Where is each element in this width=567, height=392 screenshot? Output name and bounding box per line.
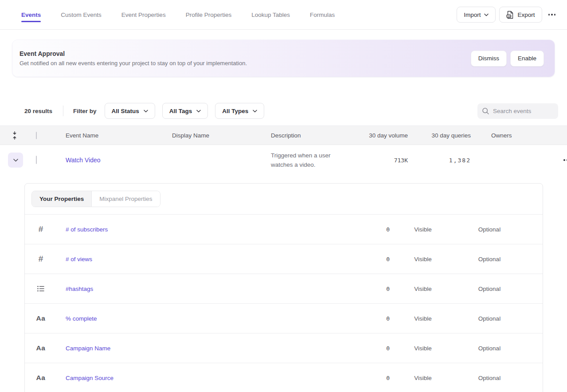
property-name-link[interactable]: Campaign Name xyxy=(57,345,336,352)
csv-file-icon: csv xyxy=(506,11,514,19)
column-header-queries[interactable]: 30 day queries xyxy=(408,132,471,139)
event-description: Triggered when a user watches a video. xyxy=(271,151,344,169)
svg-text:csv: csv xyxy=(508,15,512,17)
collapse-row-button[interactable] xyxy=(8,153,23,168)
property-visibility[interactable]: Visible xyxy=(390,226,456,233)
hash-icon: # xyxy=(25,224,57,234)
results-count: 20 results xyxy=(24,108,52,114)
event-properties-panel: Your Properties Mixpanel Properties # xyxy=(24,183,543,392)
properties-tab[interactable]: Your Properties xyxy=(32,191,92,207)
property-requirement[interactable]: Optional xyxy=(456,315,523,322)
collapse-all-icon[interactable] xyxy=(0,131,29,140)
property-query-count: 0 xyxy=(336,226,390,233)
column-header-volume[interactable]: 30 day volume xyxy=(356,132,408,139)
property-name-link[interactable]: # of views xyxy=(57,256,336,263)
filter-dropdown[interactable]: All Types xyxy=(215,103,264,119)
property-visibility[interactable]: Visible xyxy=(390,286,456,292)
search-icon xyxy=(482,107,489,115)
hash-icon: # xyxy=(25,254,57,264)
properties-tab-group: Your Properties Mixpanel Properties xyxy=(31,191,160,207)
nav-tab[interactable]: Events xyxy=(21,0,41,29)
nav-tab[interactable]: Event Properties xyxy=(121,0,166,29)
banner-title: Event Approval xyxy=(20,50,247,57)
row-more-options-icon[interactable] xyxy=(561,156,567,165)
property-requirement[interactable]: Optional xyxy=(456,375,523,381)
event-name-link[interactable]: Watch Video xyxy=(66,157,101,164)
property-row: # # # of views 0 Visible Optional xyxy=(25,244,543,274)
property-query-count: 0 xyxy=(336,345,390,352)
property-row: Aa Aa % complete 0 Visible Optional xyxy=(25,304,543,333)
property-name-link[interactable]: % complete xyxy=(57,315,336,322)
chevron-down-icon xyxy=(144,110,148,113)
filter-dropdowns: All Status All Tags All Types xyxy=(105,103,265,119)
top-navigation: Events Custom Events Event Properties Pr… xyxy=(0,0,567,30)
property-name-link[interactable]: #hashtags xyxy=(57,286,336,292)
property-requirement[interactable]: Optional xyxy=(456,226,523,233)
filter-by-label: Filter by xyxy=(73,108,97,114)
column-header-owners[interactable]: Owners xyxy=(471,132,549,139)
column-header-description[interactable]: Description xyxy=(271,132,356,139)
property-query-count: 0 xyxy=(336,375,390,381)
dismiss-button[interactable]: Dismiss xyxy=(471,51,507,67)
nav-tab[interactable]: Profile Properties xyxy=(186,0,232,29)
property-visibility[interactable]: Visible xyxy=(390,375,456,381)
filter-toolbar: 20 results Filter by All Status All Tags… xyxy=(24,103,558,119)
property-row: #hashtags 0 Visible Optional xyxy=(25,274,543,304)
events-table-header: Event Name Display Name Description 30 d… xyxy=(0,125,567,145)
search-input[interactable] xyxy=(493,108,554,114)
property-requirement[interactable]: Optional xyxy=(456,256,523,263)
properties-list: # # # of subscribers 0 Visible Optional … xyxy=(25,215,543,392)
nav-tab[interactable]: Lookup Tables xyxy=(251,0,290,29)
divider xyxy=(63,106,63,116)
property-visibility[interactable]: Visible xyxy=(390,315,456,322)
property-name-link[interactable]: Campaign Source xyxy=(57,375,336,381)
nav-tab[interactable]: Custom Events xyxy=(61,0,102,29)
property-row: Aa Aa Campaign Source 0 Visible Optional xyxy=(25,363,543,392)
column-header-display-name[interactable]: Display Name xyxy=(172,132,271,139)
nav-tab[interactable]: Formulas xyxy=(310,0,335,29)
chevron-down-icon xyxy=(196,110,201,113)
text-icon: Aa xyxy=(25,314,57,322)
lexicon-tabs: Events Custom Events Event Properties Pr… xyxy=(21,0,335,29)
event-volume: 713K xyxy=(356,157,408,164)
chevron-down-icon xyxy=(253,110,257,113)
property-visibility[interactable]: Visible xyxy=(390,256,456,263)
property-query-count: 0 xyxy=(336,286,390,292)
property-visibility[interactable]: Visible xyxy=(390,345,456,352)
property-row: Aa Aa Campaign Name 0 Visible Optional xyxy=(25,333,543,363)
property-query-count: 0 xyxy=(336,256,390,263)
filter-dropdown[interactable]: All Tags xyxy=(162,103,208,119)
event-approval-banner: Event Approval Get notified on all new e… xyxy=(12,40,555,77)
chevron-down-icon xyxy=(484,13,489,16)
property-requirement[interactable]: Optional xyxy=(456,286,523,292)
export-button[interactable]: csv Export xyxy=(499,7,542,23)
filter-dropdown[interactable]: All Status xyxy=(105,103,155,119)
import-button[interactable]: Import xyxy=(457,7,496,23)
list-icon xyxy=(25,285,57,293)
property-name-link[interactable]: # of subscribers xyxy=(57,226,336,233)
text-icon: Aa xyxy=(25,374,57,382)
row-checkbox[interactable] xyxy=(36,156,37,164)
property-requirement[interactable]: Optional xyxy=(456,345,523,352)
property-row: # # # of subscribers 0 Visible Optional xyxy=(25,215,543,244)
text-icon: Aa xyxy=(25,344,57,352)
banner-description: Get notified on all new events entering … xyxy=(20,60,247,67)
search-box xyxy=(477,103,558,119)
column-header-event-name[interactable]: Event Name xyxy=(58,132,172,139)
event-table-row: Watch Video Triggered when a user watche… xyxy=(0,145,567,175)
enable-button[interactable]: Enable xyxy=(510,51,544,67)
event-queries: 1,382 xyxy=(408,157,471,164)
topbar-actions: Import csv Export xyxy=(457,0,558,29)
more-options-icon[interactable] xyxy=(546,10,559,19)
property-query-count: 0 xyxy=(336,315,390,322)
properties-tab[interactable]: Mixpanel Properties xyxy=(92,191,160,207)
select-all-checkbox[interactable] xyxy=(36,132,37,139)
